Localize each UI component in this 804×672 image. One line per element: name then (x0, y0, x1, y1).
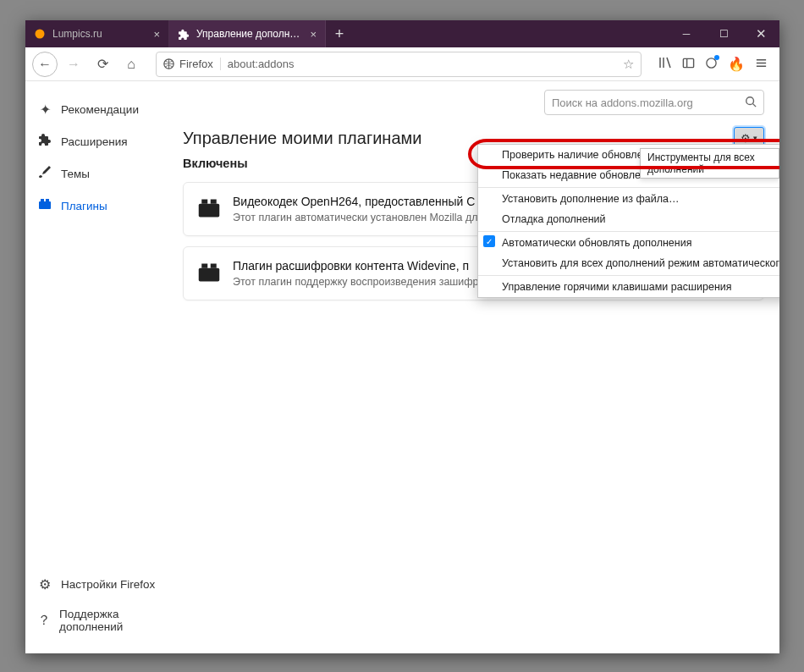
sidebar-item-label: Темы (61, 168, 90, 180)
chevron-down-icon: ▾ (753, 134, 757, 142)
svg-rect-5 (41, 199, 44, 201)
sidebar-item-themes[interactable]: Темы (29, 158, 176, 189)
tab-addons[interactable]: Управление дополнениями × (169, 20, 326, 47)
svg-point-0 (36, 30, 45, 39)
toolbar-icons: 🔥 (653, 56, 773, 72)
sidebar-item-label: Плагины (61, 200, 107, 212)
tab-label: Lumpics.ru (52, 28, 146, 40)
menu-item-auto-update[interactable]: ✓ Автоматически обновлять дополнения (478, 231, 779, 253)
puzzle-icon (37, 133, 52, 150)
svg-rect-11 (199, 268, 220, 282)
sidebar-icon[interactable] (682, 57, 695, 72)
back-button[interactable]: ← (32, 52, 58, 77)
browser-window: Lumpics.ru × Управление дополнениями × +… (25, 20, 779, 653)
tools-tooltip: Инструменты для всех дополнений (640, 148, 779, 179)
gear-icon: ⚙ (741, 132, 751, 145)
minimize-button[interactable]: ─ (668, 20, 705, 47)
url-bar[interactable]: Firefox about:addons ☆ (156, 52, 642, 77)
favicon-lumpics (34, 28, 46, 40)
url-text: about:addons (228, 58, 623, 70)
search-placeholder: Поиск на addons.mozilla.org (552, 96, 745, 109)
notification-icon[interactable] (705, 57, 718, 72)
sparkle-icon: ✦ (37, 102, 52, 118)
identity-label: Firefox (179, 58, 213, 70)
addons-sidebar: ✦ Рекомендации Расширения Темы Плагины (25, 81, 179, 653)
close-window-button[interactable]: ✕ (742, 20, 779, 47)
addons-search[interactable]: Поиск на addons.mozilla.org (544, 90, 764, 115)
menu-item-debug-addons[interactable]: Отладка дополнений (478, 209, 779, 229)
sidebar-item-settings[interactable]: ⚙ Настройки Firefox (29, 570, 176, 599)
search-icon (745, 96, 757, 110)
sidebar-item-plugins[interactable]: Плагины (29, 190, 176, 221)
svg-rect-13 (211, 264, 217, 268)
plugin-icon (37, 197, 52, 214)
svg-rect-6 (46, 199, 49, 201)
tab-lumpics[interactable]: Lumpics.ru × (25, 20, 169, 47)
svg-rect-9 (201, 200, 207, 204)
menu-item-install-from-file[interactable]: Установить дополнение из файла… (478, 187, 779, 209)
svg-rect-10 (211, 200, 217, 204)
gear-icon: ⚙ (37, 576, 52, 592)
sidebar-item-extensions[interactable]: Расширения (29, 126, 176, 157)
check-icon: ✓ (483, 235, 495, 247)
tab-bar: Lumpics.ru × Управление дополнениями × +… (25, 20, 779, 47)
new-tab-button[interactable]: + (326, 20, 353, 47)
menu-item-manage-shortcuts[interactable]: Управление горячими клавишами расширения (478, 275, 779, 297)
plugin-icon (197, 196, 221, 220)
sidebar-item-label: Расширения (61, 135, 128, 148)
sidebar-item-support[interactable]: ？ Поддержка дополнений (29, 601, 176, 640)
svg-point-7 (746, 96, 754, 104)
home-button[interactable]: ⌂ (118, 52, 144, 77)
svg-rect-8 (199, 204, 220, 218)
nav-bar: ← → ⟳ ⌂ Firefox about:addons ☆ 🔥 (25, 47, 779, 81)
svg-rect-2 (683, 58, 693, 67)
extension-icon[interactable]: 🔥 (728, 56, 745, 72)
close-icon[interactable]: × (153, 28, 160, 41)
plugin-icon (197, 261, 221, 284)
favicon-addons (178, 28, 190, 40)
sidebar-item-label: Рекомендации (61, 103, 139, 116)
close-icon[interactable]: × (310, 28, 317, 41)
forward-button[interactable]: → (61, 52, 86, 77)
menu-item-reset-update-mode[interactable]: Установить для всех дополнений режим авт… (478, 253, 779, 273)
identity-box[interactable]: Firefox (163, 58, 221, 70)
reload-button[interactable]: ⟳ (90, 52, 115, 77)
sidebar-item-recommendations[interactable]: ✦ Рекомендации (29, 95, 176, 124)
sidebar-item-label: Поддержка дополнений (59, 608, 168, 633)
content-area: ✦ Рекомендации Расширения Темы Плагины (25, 81, 779, 653)
maximize-button[interactable]: ☐ (705, 20, 742, 47)
brush-icon (37, 165, 52, 182)
bookmark-star-icon[interactable]: ☆ (623, 57, 634, 72)
app-menu-button[interactable] (755, 57, 768, 72)
svg-rect-4 (39, 201, 51, 209)
svg-rect-12 (201, 264, 207, 268)
sidebar-item-label: Настройки Firefox (61, 578, 155, 591)
tab-label: Управление дополнениями (196, 28, 303, 40)
library-icon[interactable] (658, 56, 672, 72)
window-controls: ─ ☐ ✕ (668, 20, 779, 47)
help-icon: ？ (37, 612, 51, 630)
